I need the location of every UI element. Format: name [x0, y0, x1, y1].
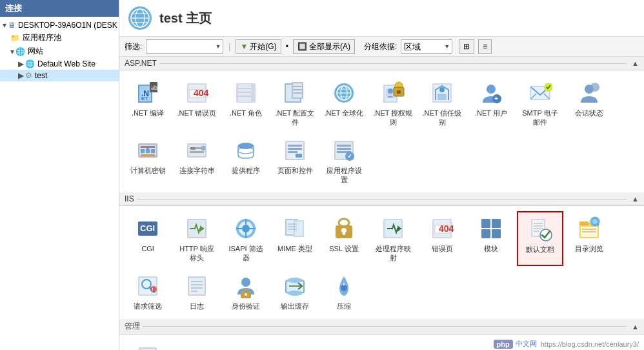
icon-net-auth[interactable]: .NET 授权规则 [370, 76, 416, 130]
svg-rect-98 [295, 221, 303, 236]
icon-net-error[interactable]: 404 .NET 错误页 [174, 76, 220, 130]
icon-page-ctrl[interactable]: 页面和控件 [272, 133, 318, 188]
icon-error-page-box: 404 [429, 216, 455, 242]
icon-log[interactable]: 日志 [174, 269, 220, 314]
sidebar-item-server[interactable]: ▾ 🖥 DESKTOP-39A6O1N (DESK [0, 19, 119, 31]
icon-isapi-filter[interactable]: ISAPI 筛选器 [223, 211, 269, 266]
icon-mime[interactable]: MIME 类型 [272, 211, 318, 266]
page-title: test 主页 [159, 10, 212, 27]
icon-http-resp-box [184, 216, 210, 242]
group-select-wrap: 区域 [401, 39, 452, 54]
icon-cgi[interactable]: CGI CGI [125, 211, 171, 266]
collapse-manage[interactable]: ▲ [632, 323, 639, 331]
bottom-url: https://blog.csdn.net/cenlaury3/ [541, 340, 639, 348]
icon-net-compile-box: .N ET ab [135, 80, 161, 106]
icon-label-error-page: 错误页 [432, 244, 453, 253]
icon-net-global[interactable]: .NET 全球化 [321, 76, 367, 130]
icon-net-config[interactable]: .NET 配置文件 [272, 76, 318, 130]
svg-point-44 [487, 85, 496, 94]
icon-net-trust[interactable]: .NET 信任级别 [419, 76, 465, 130]
view-button[interactable]: ⊞ [459, 39, 474, 54]
icon-label-default-doc: 默认文档 [526, 245, 554, 254]
page-icon [127, 5, 153, 31]
icon-req-filter[interactable]: ! 请求筛选 [125, 269, 171, 314]
filter-label: 筛选: [125, 41, 142, 52]
apppool-icon: 📁 [10, 34, 20, 43]
icon-app-settings-box: ✓ [331, 138, 357, 163]
icon-handler-map-box [380, 216, 406, 242]
sidebar-item-apppool[interactable]: 📁 应用程序池 [0, 31, 119, 45]
show-all-button[interactable]: 🔲 全部显示(A) [293, 39, 355, 54]
icon-conn-str[interactable]: ab 连接字符串 [174, 133, 220, 188]
group-select[interactable]: 区域 [401, 39, 452, 54]
icon-default-doc[interactable]: 默认文档 [517, 211, 563, 266]
svg-rect-40 [397, 90, 401, 94]
icon-label-app-settings: 应用程序设置 [324, 166, 364, 185]
sites-icon: 🌐 [15, 47, 25, 56]
sidebar-item-label: test [35, 71, 47, 80]
icon-ssl-box [331, 216, 357, 242]
icon-net-user[interactable]: + .NET 用户 [468, 76, 514, 130]
icon-dir-browse-box [576, 216, 602, 242]
collapse-iis[interactable]: ▲ [632, 195, 639, 203]
icon-net-role[interactable]: .NET 角色 [223, 76, 269, 130]
icon-session[interactable]: 会话状态 [566, 76, 612, 130]
icon-auth-box [233, 273, 259, 299]
sidebar-item-label: Default Web Site [37, 59, 96, 68]
icon-machine-key[interactable]: 计算机密钥 [125, 133, 171, 188]
svg-rect-60 [141, 154, 155, 156]
icon-http-resp[interactable]: HTTP 响应标头 [174, 211, 220, 266]
view-icon: ⊞ [463, 42, 470, 51]
icon-app-settings[interactable]: ✓ 应用程序设置 [321, 133, 367, 188]
icon-page-ctrl-box [282, 138, 308, 163]
icon-label-ssl: SSL 设置 [329, 244, 358, 253]
svg-rect-78 [337, 145, 351, 147]
expand-icon: ▶ [18, 71, 24, 80]
sidebar-item-test[interactable]: ▶ ⚙ test [0, 70, 119, 81]
icon-dir-browse[interactable]: 目录浏览 [566, 211, 612, 266]
svg-rect-65 [190, 151, 204, 153]
icon-handler-map[interactable]: 处理程序映射 [370, 211, 416, 266]
section-aspnet: ASP.NET ▲ .N ET ab [119, 57, 644, 192]
icon-cgi-box: CGI [135, 216, 161, 242]
icon-ssl[interactable]: SSL 设置 [321, 211, 367, 266]
collapse-aspnet[interactable]: ▲ [632, 59, 639, 67]
svg-rect-58 [146, 149, 150, 153]
icon-conn-str-box: ab [184, 138, 210, 163]
svg-rect-24 [293, 83, 302, 98]
icon-isapi-filter-box [233, 216, 259, 242]
view-list-icon: ≡ [483, 42, 487, 51]
icon-config-editor[interactable]: ✎ 配置编辑器 [125, 340, 171, 350]
filter-select[interactable] [146, 39, 223, 54]
icon-net-role-box [233, 80, 259, 106]
icon-provider[interactable]: 提供程序 [223, 133, 269, 188]
svg-point-147 [245, 293, 247, 296]
sidebar-item-sites[interactable]: ▾ 🌐 网站 [0, 45, 119, 58]
icon-label-http-resp: HTTP 响应标头 [177, 244, 217, 263]
section-iis: IIS ▲ CGI CGI [119, 192, 644, 319]
svg-point-43 [439, 87, 445, 92]
icon-auth[interactable]: 身份验证 [223, 269, 269, 314]
icons-grid-aspnet: .N ET ab .NET 编译 [119, 70, 644, 192]
icon-error-page[interactable]: 404 错误页 [419, 211, 465, 266]
icon-label-req-filter: 请求筛选 [134, 302, 162, 311]
page-header: test 主页 [119, 0, 644, 37]
icon-net-compile[interactable]: .N ET ab .NET 编译 [125, 76, 171, 130]
start-button[interactable]: ▼ 开始(G) [236, 39, 281, 54]
view-list-button[interactable]: ≡ [478, 39, 492, 54]
group-label: 分组依据: [364, 41, 397, 52]
icon-label-page-ctrl: 页面和控件 [277, 166, 313, 175]
svg-text:+: + [494, 95, 498, 102]
icon-compress[interactable]: 压缩 [321, 269, 367, 314]
icon-smtp[interactable]: SMTP 电子邮件 [517, 76, 563, 130]
svg-rect-57 [141, 149, 145, 153]
icon-modules[interactable]: 模块 [468, 211, 514, 266]
sidebar-item-defaultweb[interactable]: ▶ 🌐 Default Web Site [0, 58, 119, 70]
icon-label-net-config: .NET 配置文件 [275, 108, 315, 127]
icon-output-cache[interactable]: 输出缓存 [272, 269, 318, 314]
icon-label-log: 日志 [190, 302, 204, 311]
icon-label-net-trust: .NET 信任级别 [422, 108, 462, 127]
php-badge: php [494, 340, 513, 349]
icon-net-auth-box [380, 80, 406, 106]
svg-rect-113 [481, 219, 490, 228]
